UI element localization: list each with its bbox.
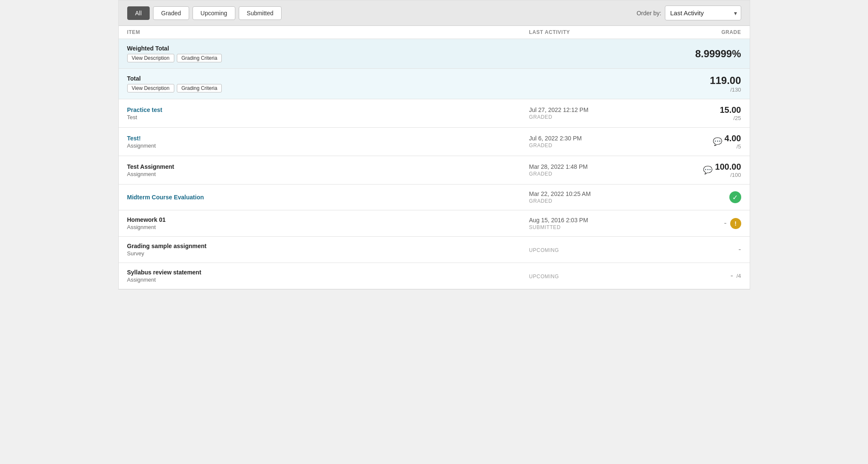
grading-criteria-button-0[interactable]: Grading Criteria xyxy=(177,54,222,62)
activity-date-midterm: Mar 22, 2022 10:25 AM xyxy=(529,190,648,197)
dash-value-homework-01: - xyxy=(724,219,727,228)
filter-upcoming-button[interactable]: Upcoming xyxy=(193,6,235,20)
item-cell-test-assignment: Test Assignment Assignment xyxy=(127,163,529,177)
item-subtitle-grading-sample: Survey xyxy=(127,250,529,257)
activity-date-homework-01: Aug 15, 2016 2:03 PM xyxy=(529,217,648,224)
item-buttons-total: View Description Grading Criteria xyxy=(127,84,529,92)
grade-value-wrapper-test: 4.00 /5 xyxy=(725,134,741,150)
item-subtitle-homework-01: Assignment xyxy=(127,224,529,230)
activity-cell-practice-test: Jul 27, 2022 12:12 PM GRADED xyxy=(529,106,648,120)
item-cell-syllabus-review: Syllabus review statement Assignment xyxy=(127,269,529,283)
grade-value-total: 119.00 xyxy=(710,75,741,86)
grade-cell-test: 💬 4.00 /5 xyxy=(648,134,741,150)
filter-submitted-button[interactable]: Submitted xyxy=(239,6,282,20)
grade-value-test: 4.00 xyxy=(725,134,741,143)
order-by-select-wrapper: Last Activity Title Due Date Score xyxy=(665,6,741,20)
row-syllabus-review: Syllabus review statement Assignment UPC… xyxy=(119,263,750,289)
activity-cell-test-assignment: Mar 28, 2022 1:48 PM GRADED xyxy=(529,163,648,177)
item-title-syllabus-review: Syllabus review statement xyxy=(127,269,529,276)
activity-status-test: GRADED xyxy=(529,143,648,148)
checkmark-wrapper-midterm: ✓ xyxy=(648,191,741,203)
row-test: Test! Assignment Jul 6, 2022 2:30 PM GRA… xyxy=(119,128,750,156)
item-buttons-weighted-total: View Description Grading Criteria xyxy=(127,54,529,62)
filter-graded-button[interactable]: Graded xyxy=(153,6,189,20)
activity-status-homework-01: SUBMITTED xyxy=(529,224,648,230)
item-title-test[interactable]: Test! xyxy=(127,135,141,142)
activity-cell-test: Jul 6, 2022 2:30 PM GRADED xyxy=(529,135,648,148)
grade-with-icon-test: 💬 4.00 /5 xyxy=(648,134,741,150)
item-title-midterm[interactable]: Midterm Course Evaluation xyxy=(127,194,204,201)
checkmark-icon-midterm: ✓ xyxy=(729,191,741,203)
grade-denominator-test: /5 xyxy=(725,143,741,150)
grade-denominator-total: /130 xyxy=(648,87,741,93)
item-subtitle-syllabus-review: Assignment xyxy=(127,277,529,283)
comment-icon-test: 💬 xyxy=(713,137,722,146)
activity-cell-homework-01: Aug 15, 2016 2:03 PM SUBMITTED xyxy=(529,217,648,230)
activity-cell-midterm: Mar 22, 2022 10:25 AM GRADED xyxy=(529,190,648,204)
order-by-section: Order by: Last Activity Title Due Date S… xyxy=(636,6,741,20)
activity-status-syllabus-review: UPCOMING xyxy=(529,274,648,280)
activity-cell-syllabus-review: UPCOMING xyxy=(529,273,648,280)
item-title-practice-test[interactable]: Practice test xyxy=(127,106,162,113)
item-title-weighted-total: Weighted Total xyxy=(127,45,529,52)
row-midterm: Midterm Course Evaluation Mar 22, 2022 1… xyxy=(119,184,750,210)
grading-criteria-button-1[interactable]: Grading Criteria xyxy=(177,84,222,92)
item-cell-test: Test! Assignment xyxy=(127,135,529,149)
row-homework-01: Homework 01 Assignment Aug 15, 2016 2:03… xyxy=(119,210,750,237)
grade-denominator-syllabus-review: /4 xyxy=(737,273,741,279)
warning-icon-homework-01: ! xyxy=(730,218,741,229)
order-by-select[interactable]: Last Activity Title Due Date Score xyxy=(665,6,741,20)
row-weighted-total: Weighted Total View Description Grading … xyxy=(119,39,750,69)
grade-cell-total: 119.00 /130 xyxy=(648,75,741,93)
activity-status-test-assignment: GRADED xyxy=(529,171,648,177)
grade-value-wrapper-test-assignment: 100.00 /100 xyxy=(715,162,741,178)
item-subtitle-test: Assignment xyxy=(127,143,529,149)
row-practice-test: Practice test Test Jul 27, 2022 12:12 PM… xyxy=(119,99,750,128)
activity-cell-grading-sample: UPCOMING xyxy=(529,246,648,253)
item-subtitle-test-assignment: Assignment xyxy=(127,171,529,177)
order-by-label: Order by: xyxy=(636,10,661,17)
dash-value-grading-sample: - xyxy=(739,245,741,254)
grade-value-practice-test: 15.00 xyxy=(720,105,741,115)
grade-denominator-test-assignment: /100 xyxy=(715,172,741,178)
item-cell-weighted-total: Weighted Total View Description Grading … xyxy=(127,45,529,62)
grade-cell-homework-01: - ! xyxy=(648,218,741,229)
item-cell-total: Total View Description Grading Criteria xyxy=(127,75,529,92)
item-title-grading-sample: Grading sample assignment xyxy=(127,243,529,249)
grade-value-weighted-total: 8.99999% xyxy=(695,48,741,59)
row-test-assignment: Test Assignment Assignment Mar 28, 2022 … xyxy=(119,156,750,184)
row-total: Total View Description Grading Criteria … xyxy=(119,69,750,99)
col-header-activity: LAST ACTIVITY xyxy=(529,29,648,35)
grade-with-icon-test-assignment: 💬 100.00 /100 xyxy=(648,162,741,178)
item-title-homework-01: Homework 01 xyxy=(127,216,529,223)
item-cell-midterm: Midterm Course Evaluation xyxy=(127,194,529,201)
dash-grade-homework-01: - ! xyxy=(648,218,741,229)
activity-date-test: Jul 6, 2022 2:30 PM xyxy=(529,135,648,142)
activity-status-practice-test: GRADED xyxy=(529,114,648,120)
dash-grade-grading-sample: - xyxy=(648,245,741,254)
item-title-test-assignment: Test Assignment xyxy=(127,163,529,170)
grade-denominator-practice-test: /25 xyxy=(648,115,741,121)
activity-date-test-assignment: Mar 28, 2022 1:48 PM xyxy=(529,163,648,170)
item-cell-homework-01: Homework 01 Assignment xyxy=(127,216,529,230)
grade-cell-grading-sample: - xyxy=(648,245,741,254)
gradebook-container: All Graded Upcoming Submitted Order by: … xyxy=(118,0,750,290)
item-cell-grading-sample: Grading sample assignment Survey xyxy=(127,243,529,257)
item-cell-practice-test: Practice test Test xyxy=(127,106,529,120)
item-title-total: Total xyxy=(127,75,529,82)
grade-cell-practice-test: 15.00 /25 xyxy=(648,105,741,121)
grade-cell-syllabus-review: - /4 xyxy=(648,271,741,280)
grade-cell-weighted-total: 8.99999% xyxy=(648,48,741,60)
view-description-button-0[interactable]: View Description xyxy=(127,54,174,62)
activity-date-practice-test: Jul 27, 2022 12:12 PM xyxy=(529,106,648,113)
activity-status-midterm: GRADED xyxy=(529,198,648,204)
column-headers: ITEM LAST ACTIVITY GRADE xyxy=(119,26,750,39)
filter-all-button[interactable]: All xyxy=(127,6,150,20)
filter-bar: All Graded Upcoming Submitted Order by: … xyxy=(119,0,750,26)
row-grading-sample: Grading sample assignment Survey UPCOMIN… xyxy=(119,237,750,263)
col-header-grade: GRADE xyxy=(648,29,741,35)
dash-grade-syllabus-review: - /4 xyxy=(648,271,741,280)
item-subtitle-practice-test: Test xyxy=(127,114,529,120)
view-description-button-1[interactable]: View Description xyxy=(127,84,174,92)
grade-cell-test-assignment: 💬 100.00 /100 xyxy=(648,162,741,178)
